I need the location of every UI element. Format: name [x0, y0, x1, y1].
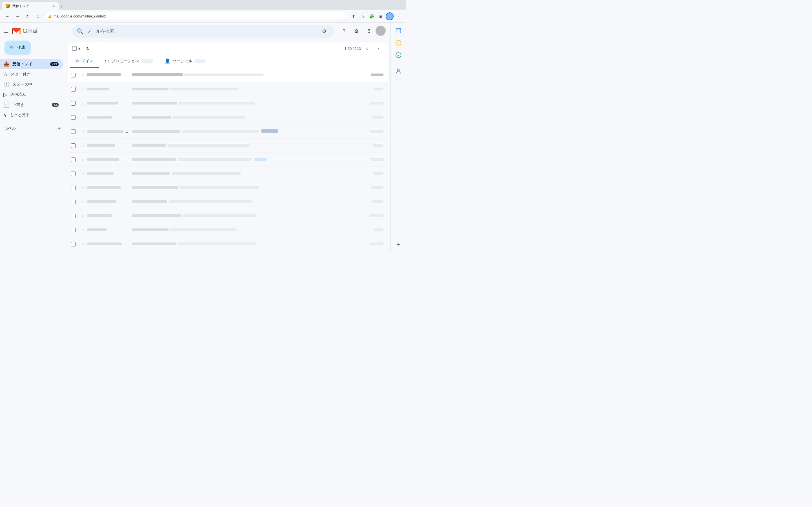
- new-tab-button[interactable]: +: [60, 4, 63, 10]
- email-checkbox[interactable]: [71, 214, 75, 218]
- email-star[interactable]: ☆: [79, 241, 87, 247]
- email-row[interactable]: ☆: [68, 209, 388, 223]
- starred-icon: ☆: [3, 71, 8, 77]
- sidebar-item-drafts[interactable]: 📄 下書き 13: [0, 100, 63, 110]
- tab-close-button[interactable]: ✕: [52, 4, 55, 8]
- email-checkbox[interactable]: [71, 101, 75, 106]
- settings-button[interactable]: ⚙: [351, 25, 362, 37]
- email-row[interactable]: ☆: [68, 124, 388, 138]
- email-row[interactable]: ☆: [68, 181, 388, 195]
- email-star[interactable]: ☆: [79, 87, 87, 92]
- email-star[interactable]: ☆: [79, 171, 87, 176]
- tab-main[interactable]: ✉ メイン: [70, 55, 99, 68]
- search-icon: 🔍: [77, 28, 84, 35]
- profile-circle[interactable]: [386, 12, 394, 20]
- search-bar[interactable]: 🔍 メールを検索 ⚙: [72, 25, 334, 38]
- email-row[interactable]: ☆: [68, 167, 388, 181]
- home-button[interactable]: ⌂: [34, 12, 42, 20]
- right-panel-tasks-icon[interactable]: [393, 37, 404, 48]
- tab-social[interactable]: 👤 ソーシャル: [159, 55, 211, 68]
- email-body-preview: [132, 172, 366, 176]
- next-page-button[interactable]: ›: [373, 43, 384, 54]
- email-body-preview: [132, 115, 366, 119]
- menu-button[interactable]: ⋮: [395, 12, 403, 20]
- sidebar-item-snoozed[interactable]: 🕐 スヌーズ中: [0, 79, 63, 90]
- email-checkbox[interactable]: [71, 228, 75, 232]
- sidebar-item-more[interactable]: ∨ もっと見る: [0, 110, 63, 120]
- sidebar-item-inbox[interactable]: 📥 受信トレイ 213: [0, 59, 63, 69]
- browser-tab[interactable]: 受信トレイ ✕: [2, 2, 59, 10]
- tab-promotions[interactable]: 🏷 プロモーション: [99, 55, 159, 68]
- right-panel-contacts-icon[interactable]: [393, 66, 404, 77]
- email-checkbox[interactable]: [71, 158, 75, 162]
- email-checkbox[interactable]: [71, 172, 75, 176]
- email-checkbox[interactable]: [71, 144, 75, 148]
- sidebar-item-starred-label: スター付き: [11, 72, 59, 77]
- reload-button[interactable]: ↻: [24, 12, 32, 20]
- bookmark-button[interactable]: ☆: [359, 12, 366, 20]
- email-body-preview: [132, 144, 366, 148]
- address-bar[interactable]: 🔒 mail.google.com/mail/u/1/#inbox: [44, 12, 347, 21]
- right-panel-keep-icon[interactable]: [393, 50, 404, 61]
- back-button[interactable]: ←: [3, 12, 11, 20]
- email-star[interactable]: ☆: [79, 115, 87, 120]
- search-filter-button[interactable]: ⚙: [319, 26, 329, 36]
- email-checkbox[interactable]: [71, 115, 75, 120]
- email-body-preview: [132, 200, 366, 204]
- more-options-button[interactable]: ⋮: [94, 43, 104, 54]
- gmail-favicon: [6, 4, 10, 8]
- more-icon: ∨: [3, 112, 7, 118]
- email-checkbox[interactable]: [71, 186, 75, 190]
- email-star[interactable]: ☆: [79, 143, 87, 148]
- email-snippet: [172, 172, 366, 176]
- sidebar-item-starred[interactable]: ☆ スター付き: [0, 69, 63, 79]
- email-row[interactable]: ☆: [68, 195, 388, 209]
- sidebar-item-sent[interactable]: ▷ 送信済み: [0, 90, 63, 100]
- extensions-button[interactable]: 🧩: [368, 12, 375, 20]
- prev-page-button[interactable]: ‹: [362, 43, 372, 54]
- email-checkbox[interactable]: [71, 242, 75, 246]
- email-row[interactable]: ☆: [68, 96, 388, 110]
- avatar[interactable]: [375, 25, 386, 36]
- right-panel-calendar-icon[interactable]: [393, 25, 404, 36]
- email-star[interactable]: ☆: [79, 101, 87, 106]
- email-row[interactable]: ☆: [68, 68, 388, 82]
- select-all-checkbox[interactable]: [72, 46, 77, 51]
- inbox-badge: 213: [50, 62, 59, 66]
- add-label-button[interactable]: +: [55, 124, 63, 132]
- email-checkbox[interactable]: [71, 200, 75, 204]
- email-checkbox[interactable]: [71, 87, 75, 92]
- refresh-button[interactable]: ↻: [83, 43, 93, 54]
- email-star[interactable]: ☆: [79, 157, 87, 162]
- email-checkbox[interactable]: [71, 73, 75, 77]
- email-star[interactable]: ☆: [79, 185, 87, 190]
- email-snippet: [179, 101, 366, 105]
- compose-button[interactable]: ✏ 作成: [4, 41, 31, 55]
- email-row[interactable]: ☆: [68, 110, 388, 124]
- email-star[interactable]: ☆: [79, 199, 87, 205]
- email-row[interactable]: ☆: [68, 237, 388, 250]
- select-dropdown-button[interactable]: ▾: [77, 45, 82, 52]
- email-star[interactable]: ☆: [79, 227, 87, 233]
- email-star[interactable]: ☆: [79, 129, 87, 134]
- inbox-tabs: ✉ メイン 🏷 プロモーション 👤 ソーシャル: [68, 55, 388, 68]
- email-star[interactable]: ☆: [79, 213, 87, 219]
- gmail-logo-svg: [11, 27, 21, 35]
- email-checkbox[interactable]: [71, 129, 75, 134]
- hamburger-menu-button[interactable]: ☰: [2, 27, 10, 35]
- email-star[interactable]: ☆: [79, 72, 87, 78]
- search-input[interactable]: メールを検索: [87, 29, 316, 34]
- apps-button[interactable]: ⠿: [363, 25, 374, 37]
- email-row[interactable]: ☆: [68, 138, 388, 153]
- email-row[interactable]: ☆: [68, 223, 388, 237]
- email-date: [366, 228, 386, 232]
- email-date: [366, 158, 386, 162]
- email-row[interactable]: ☆: [68, 153, 388, 167]
- sidebar-toggle-button[interactable]: ▣: [377, 12, 385, 20]
- forward-button[interactable]: →: [13, 12, 21, 20]
- right-panel-add-button[interactable]: +: [393, 239, 404, 250]
- share-button[interactable]: ⬆: [350, 12, 357, 20]
- email-sender: [87, 158, 132, 162]
- email-row[interactable]: ☆: [68, 82, 388, 96]
- help-button[interactable]: ?: [338, 25, 350, 37]
